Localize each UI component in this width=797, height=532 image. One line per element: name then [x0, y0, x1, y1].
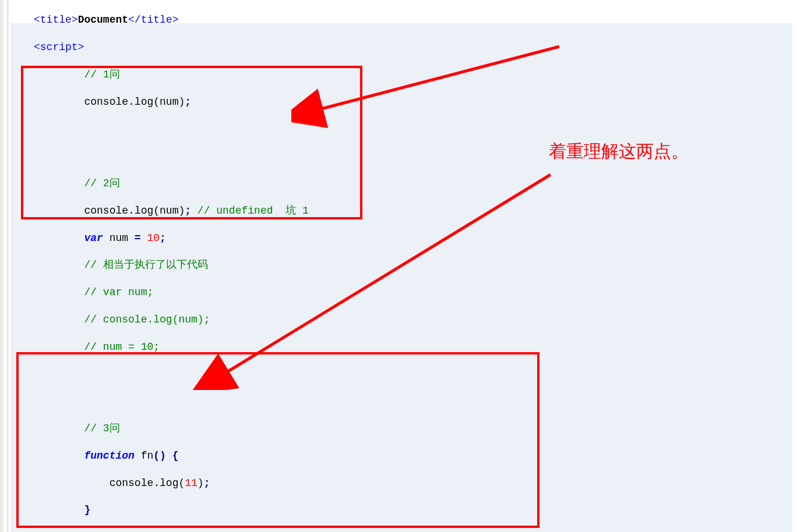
code-line: // console.log(num); [10, 313, 797, 327]
highlight-box-1 [21, 66, 362, 219]
code-line: // 相当于执行了以下代码 [10, 258, 797, 272]
code-line: <title>Document</title> [10, 13, 797, 27]
highlight-box-2 [16, 352, 539, 528]
code-line: var num = 10; [10, 232, 797, 245]
annotation-main: 着重理解这两点。 [549, 140, 689, 162]
editor-gutter [0, 0, 8, 532]
code-line: // var num; [10, 286, 797, 299]
code-line: <script> [10, 41, 797, 54]
